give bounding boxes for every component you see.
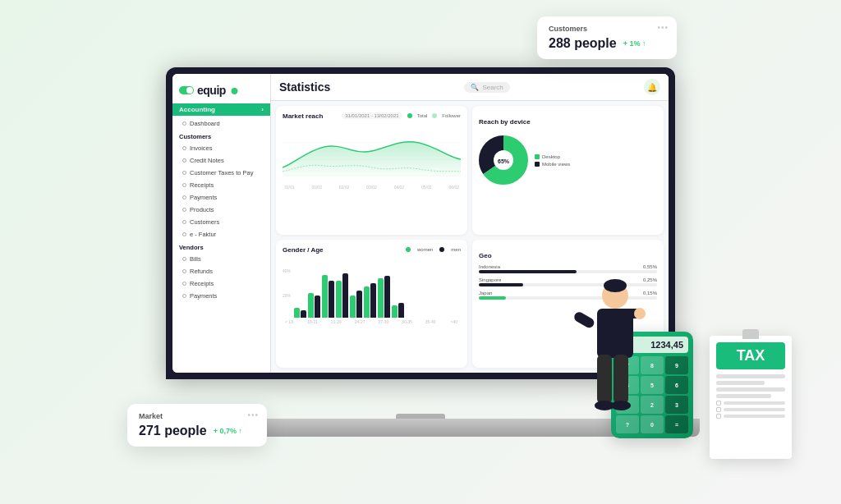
- total-label: Total: [417, 113, 428, 118]
- item-dot: [182, 220, 186, 224]
- x-axis-labels: 31/01 01/02 02/02 03/02 04/02 05/02 06/0…: [283, 185, 461, 190]
- bar-group-35-40: [378, 276, 390, 318]
- bar-x-labels: < 18 18-21 21-24 24-27 27-30 30-35 35-40…: [283, 319, 461, 324]
- gender-legend: women men: [406, 247, 461, 252]
- calc-btn-6[interactable]: 6: [665, 376, 688, 394]
- bar-women-gt40: [392, 305, 398, 318]
- sidebar-item-invoices[interactable]: Invoices: [172, 142, 270, 154]
- tax-line-4: [716, 394, 771, 398]
- bar-group-30-35: [364, 283, 376, 318]
- bar-group-lt18: [294, 308, 306, 318]
- women-dot: [406, 247, 411, 252]
- page-title: Statistics: [279, 80, 330, 94]
- bar-men-2124: [329, 281, 334, 318]
- bar-men-2730: [356, 291, 362, 318]
- bell-icon[interactable]: 🔔: [644, 79, 660, 95]
- sidebar-item-receipts1[interactable]: Receipts: [172, 179, 270, 191]
- bar-men-1821: [315, 296, 320, 318]
- item-dot: [182, 208, 186, 212]
- geo-bar-fill-indonesia: [479, 270, 577, 273]
- card-dots: •••: [247, 410, 259, 419]
- bar-group-27-30: [350, 291, 362, 318]
- bar-women-2730: [350, 296, 356, 318]
- calc-btn-3[interactable]: 3: [665, 396, 688, 414]
- svg-point-16: [611, 401, 631, 410]
- bar-women-lt18: [294, 308, 300, 318]
- gender-age-title: Gender / Age: [283, 246, 324, 254]
- men-dot: [439, 247, 444, 252]
- tax-checkbox-row-1: [716, 401, 785, 405]
- sidebar-item-credit-notes[interactable]: Credit Notes: [172, 154, 270, 167]
- sidebar-item-efaktur[interactable]: e - Faktur: [172, 228, 270, 241]
- bar-women-2124: [322, 275, 328, 318]
- wave-svg: [283, 126, 461, 180]
- bar-men-2427: [342, 273, 348, 318]
- svg-point-8: [604, 279, 627, 292]
- svg-point-12: [634, 308, 646, 319]
- tax-check-line: [724, 415, 785, 418]
- item-dot: [182, 195, 186, 199]
- svg-rect-14: [614, 355, 628, 404]
- bar-men-gt40: [398, 303, 404, 318]
- sidebar-group-customers: Customers: [172, 130, 270, 142]
- reach-by-device-title: Reach by device: [479, 118, 531, 126]
- tax-clipboard: TAX: [710, 336, 792, 459]
- search-bar[interactable]: 🔍 Search: [464, 82, 509, 93]
- device-chart: 65% Desktop: [479, 127, 657, 193]
- sidebar-item-bills[interactable]: Bills: [172, 253, 270, 265]
- item-dot: [182, 121, 186, 126]
- chart-legend: Total Follower: [407, 113, 461, 118]
- item-dot: [182, 282, 186, 286]
- sidebar-item-customer-taxes[interactable]: Customer Taxes to Pay: [172, 167, 270, 179]
- item-dot: [182, 183, 186, 187]
- sidebar-item-customers2[interactable]: Customers: [172, 216, 270, 228]
- tax-checkbox: [716, 401, 721, 405]
- bar-chart-area: 40% 20%: [283, 260, 461, 318]
- tax-check-line: [724, 408, 785, 411]
- main-header: Statistics 🔍 Search 🔔: [271, 74, 669, 101]
- search-icon: 🔍: [471, 84, 479, 91]
- market-card-value: 271 people + 0,7% ↑: [139, 424, 255, 438]
- market-reach-card: Market reach 31/01/2021 - 13/02/2021 Tot…: [276, 106, 467, 235]
- sidebar-item-payments1[interactable]: Payments: [172, 191, 270, 204]
- sidebar-group-vendors: Vendors: [172, 241, 270, 253]
- gender-age-card: Gender / Age women men 40%: [276, 240, 467, 369]
- tax-line-1: [716, 374, 785, 378]
- desktop-legend-item: Desktop: [535, 154, 570, 159]
- market-floating-card: ••• Market 271 people + 0,7% ↑: [127, 404, 267, 447]
- clipboard-clip: [742, 329, 759, 339]
- item-dot: [182, 257, 186, 261]
- sidebar-item-receipts2[interactable]: Receipts: [172, 277, 270, 290]
- svg-rect-13: [597, 355, 612, 404]
- card-dots: •••: [657, 23, 669, 32]
- market-card-title: Market: [139, 412, 255, 420]
- geo-title: Geo: [479, 252, 492, 259]
- market-reach-header: Market reach 31/01/2021 - 13/02/2021 Tot…: [283, 112, 461, 123]
- item-dot: [182, 232, 186, 236]
- toggle-icon[interactable]: ⬤: [231, 87, 238, 94]
- calc-btn-9[interactable]: 9: [665, 356, 688, 374]
- sidebar-item-refunds[interactable]: Refunds: [172, 265, 270, 277]
- customers-card-value: 288 people + 1% ↑: [549, 36, 665, 51]
- market-reach-title: Market reach: [283, 112, 323, 120]
- calc-btn-eq[interactable]: =: [665, 415, 688, 433]
- sidebar: equip ⬤ Accounting › Dashboard Customers: [172, 74, 271, 373]
- total-legend-dot: [407, 113, 412, 118]
- customers-card-change: + 1% ↑: [623, 39, 646, 48]
- sidebar-accounting-header[interactable]: Accounting ›: [172, 103, 270, 116]
- sidebar-item-payments2[interactable]: Payments: [172, 290, 270, 302]
- reach-by-device-card: Reach by device 65%: [472, 106, 664, 235]
- svg-rect-10: [572, 310, 596, 329]
- sidebar-item-products[interactable]: Products: [172, 204, 270, 216]
- sidebar-item-dashboard[interactable]: Dashboard: [172, 117, 270, 130]
- y-axis: 40% 20%: [283, 268, 291, 318]
- scene: equip ⬤ Accounting › Dashboard Customers: [0, 0, 841, 504]
- search-placeholder: Search: [482, 84, 503, 91]
- bar-group-21-24: [322, 275, 334, 318]
- item-dot: [182, 171, 186, 175]
- tax-checkbox: [716, 414, 721, 419]
- bar-men-3540: [384, 276, 390, 318]
- bar-women-1821: [308, 293, 314, 318]
- bar-women-3540: [378, 278, 384, 318]
- mobile-color: [535, 162, 540, 167]
